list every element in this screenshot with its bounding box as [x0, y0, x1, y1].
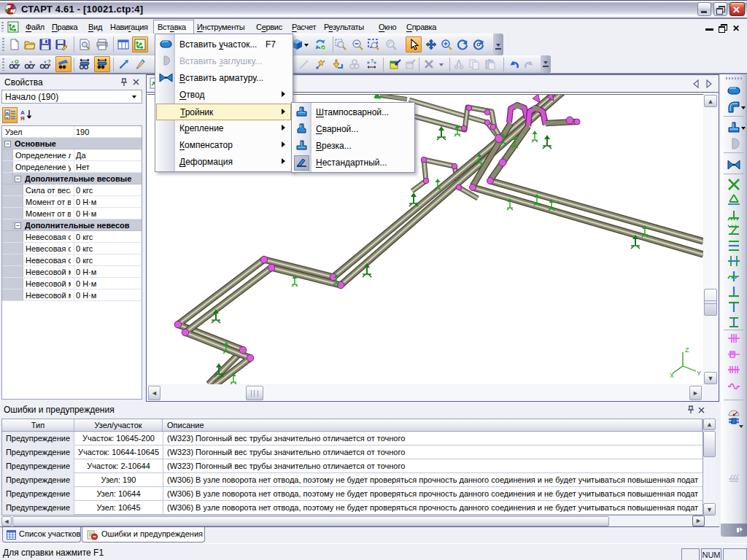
svg-text:+: +	[6, 110, 9, 114]
svg-text:O: O	[15, 59, 19, 64]
svg-text:Z: Z	[685, 346, 689, 354]
svg-text:+: +	[6, 115, 9, 120]
svg-text:?: ?	[371, 58, 374, 63]
svg-text:X: X	[670, 372, 674, 379]
svg-text:?: ?	[47, 58, 51, 65]
svg-text:Y: Y	[697, 370, 701, 377]
svg-text:Я: Я	[20, 115, 25, 121]
